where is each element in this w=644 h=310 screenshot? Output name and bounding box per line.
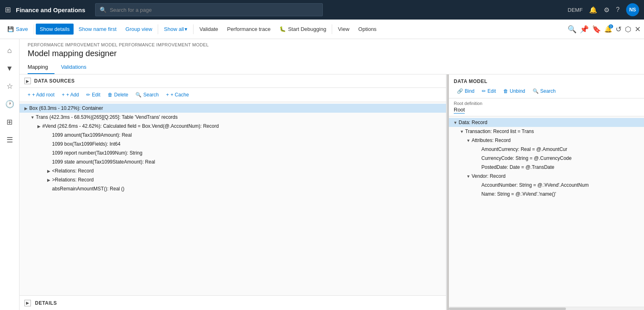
sidebar-filter-icon[interactable]: ▼ [2,60,18,76]
tree-item[interactable]: ▶ PostedDate: Date = @.TransDate [449,163,644,172]
tree-item[interactable]: ▶ <Relations: Record [20,166,446,175]
tree-item[interactable]: ▶ >Relations: Record [20,175,446,184]
save-button[interactable]: 💾 Save [3,24,32,35]
bind-button[interactable]: 🔗 Bind [454,87,478,96]
tree-item[interactable]: ▶ CurrencyCode: String = @.CurrencyCode [449,154,644,163]
edit-model-button[interactable]: ✏ Edit [479,87,499,96]
group-view-button[interactable]: Group view [122,24,157,35]
data-model-tree: ▼ Data: Record ▼ Transaction: Record lis… [449,116,644,307]
main-wrapper: ⌂ ▼ ☆ 🕐 ⊞ ☰ PERFORMANCE IMPROVEMENT MODE… [0,39,644,310]
settings-icon[interactable]: ⚙ [604,6,609,14]
expand-arrow[interactable]: ▼ [465,173,472,179]
notification-icon[interactable]: 🔔 [589,6,597,14]
add-button[interactable]: + + Add [59,90,82,99]
tree-item[interactable]: ▶ 1099 state amount(Tax1099StateAmount):… [20,157,446,166]
tree-item[interactable]: ▼ Data: Record [449,118,644,127]
add-root-button[interactable]: + + Add root [24,90,58,99]
expand-arrow[interactable]: ▼ [452,119,459,126]
tree-item[interactable]: ▼ Transaction: Record list = Trans [449,127,644,136]
data-model-pane: DATA MODEL 🔗 Bind ✏ Edit 🗑 Unbind [449,74,644,310]
show-details-button[interactable]: Show details [36,24,74,35]
show-all-button[interactable]: Show all ▾ [160,24,191,35]
expand-arrow[interactable]: ▶ [46,168,52,174]
search-datasource-button[interactable]: 🔍 Search [132,90,162,99]
data-model-header: DATA MODEL 🔗 Bind ✏ Edit 🗑 Unbind [449,74,644,98]
edit-icon: ✏ [482,88,486,94]
tree-item[interactable]: ▶ AmountCurrency: Real = @.AmountCur [449,145,644,154]
data-model-toolbar: 🔗 Bind ✏ Edit 🗑 Unbind 🔍 [454,87,639,96]
expand-details-btn[interactable]: ▶ [24,300,31,306]
tree-item[interactable]: ▼ Vendor: Record [449,172,644,181]
tree-item[interactable]: ▶ AccountNumber: String = @.'#Vend'.Acco… [449,181,644,190]
refresh-icon[interactable]: ↺ [616,25,622,34]
delete-button[interactable]: 🗑 Delete [104,90,132,99]
tree-item[interactable]: ▶ Name: String = @.'#Vend'.'name()' [449,190,644,199]
tree-item[interactable]: ▼ Attributes: Record [449,136,644,145]
open-new-icon[interactable]: ⬡ [625,25,631,34]
tree-item[interactable]: ▶ absRemainAmountMST(): Real () [20,184,446,193]
global-search-bar[interactable]: 🔍 [95,3,323,16]
tree-item[interactable]: ▼ Trans (422.3ms - 68.53%)[265][Q:265]: … [20,113,446,122]
cache-icon: + [166,92,169,98]
cache-button[interactable]: + + Cache [163,90,192,99]
top-navigation: ⊞ Finance and Operations 🔍 DEMF 🔔 ⚙ ? NS [0,0,644,20]
separator [34,24,34,34]
avatar[interactable]: NS [626,3,639,16]
expand-arrow[interactable]: ▶ [46,177,52,183]
details-panel: ▶ DETAILS [20,295,446,310]
app-title: Finance and Operations [16,7,85,13]
collapse-left-btn[interactable]: ▶ [24,78,31,84]
search-model-button[interactable]: 🔍 Search [529,87,559,96]
sidebar-list-icon[interactable]: ☰ [2,132,18,148]
search-icon: 🔍 [135,92,141,98]
grid-icon[interactable]: ⊞ [5,5,11,14]
sidebar-favorites-icon[interactable]: ☆ [2,78,18,94]
expand-arrow[interactable]: ▶ [36,123,42,129]
view-button[interactable]: View [334,24,353,35]
sidebar-grid-icon[interactable]: ⊞ [2,114,18,130]
data-sources-toolbar: + + Add root + + Add ✏ Edit 🗑 Delete [20,88,446,102]
page-title: Model mapping designer [28,49,636,58]
notification-count[interactable]: 🔔0 [604,25,612,33]
search-icon: 🔍 [533,88,539,94]
validate-button[interactable]: Validate [195,24,222,35]
tab-validations[interactable]: Validations [61,61,93,74]
tree-item[interactable]: ▶ 1099 report number(Tax1099Num): String [20,148,446,157]
pin-icon[interactable]: 📌 [580,25,589,34]
expand-arrow[interactable]: ▼ [465,137,472,144]
page-header: PERFORMANCE IMPROVEMENT MODEL PERFORMANC… [20,39,644,74]
edit-button[interactable]: ✏ Edit [83,90,104,99]
sidebar-home-icon[interactable]: ⌂ [2,42,18,59]
expand-arrow[interactable]: ▼ [29,114,36,120]
help-icon[interactable]: ? [616,6,620,13]
search-icon: 🔍 [100,7,107,13]
tree-item[interactable]: ▶ 1099 box(Tax1099Fields): Int64 [20,140,446,148]
separator3 [193,24,194,34]
bookmark-icon[interactable]: 🔖 [592,25,601,34]
tree-item[interactable]: ▶ 1099 amount(Tax1099Amount): Real [20,131,446,140]
tree-item[interactable]: ▶ Box (63.3ms - 10.27%): Container [20,104,446,113]
data-sources-header: ▶ DATA SOURCES [20,74,446,88]
bug-icon: 🐛 [279,26,286,32]
tab-mapping[interactable]: Mapping [28,61,54,74]
add-icon: + [62,92,65,98]
env-label: DEMF [568,7,583,13]
data-sources-tree: ▶ Box (63.3ms - 10.27%): Container ▼ Tra… [20,102,446,295]
start-debugging-button[interactable]: 🐛 Start Debugging [275,24,330,35]
command-bar: 💾 Save Show details Show name first Grou… [0,20,644,39]
performance-trace-button[interactable]: Performance trace [223,24,274,35]
expand-arrow[interactable]: ▶ [23,105,29,111]
search-input[interactable] [110,7,318,13]
show-name-first-button[interactable]: Show name first [74,24,120,35]
nav-right: DEMF 🔔 ⚙ ? NS [568,3,639,16]
search-page-icon[interactable]: 🔍 [568,25,577,34]
root-def-value: Root [454,107,465,114]
close-icon[interactable]: ✕ [635,25,641,34]
sidebar-recent-icon[interactable]: 🕐 [2,96,18,112]
add-root-icon: + [28,92,30,98]
unbind-button[interactable]: 🗑 Unbind [500,87,529,96]
options-button[interactable]: Options [354,24,381,35]
expand-arrow[interactable]: ▼ [459,128,465,135]
tree-item[interactable]: ▶ #Vend (262.6ms - 42.62%): Calculated f… [20,122,446,131]
horizontal-scrollbar[interactable] [449,307,644,310]
